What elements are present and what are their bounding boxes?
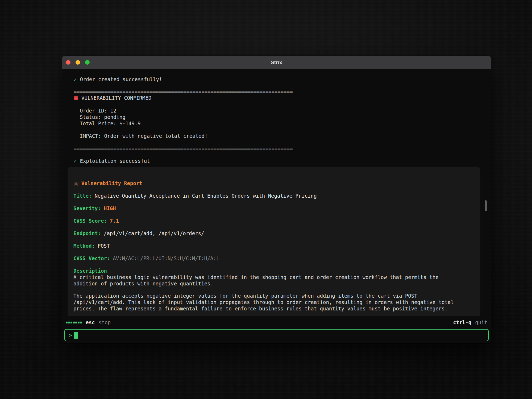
- separator-line: ========================================…: [74, 101, 479, 107]
- report-severity-line: Severity:HIGH: [73, 205, 475, 211]
- report-header-text: Vulnerability Report: [81, 180, 142, 186]
- window-titlebar[interactable]: Strix: [62, 56, 491, 69]
- endpoint-value: /api/v1/cart/add, /api/v1/orders/: [104, 230, 204, 236]
- exploitation-text: Exploitation successful: [80, 158, 150, 164]
- text-cursor: [74, 332, 78, 339]
- status-bar: esc stop ctrl-q quit: [62, 319, 491, 326]
- minimize-button[interactable]: [76, 60, 80, 65]
- title-label: Title:: [73, 193, 92, 199]
- severity-label: Severity:: [73, 205, 101, 211]
- endpoint-label: Endpoint:: [73, 230, 101, 236]
- cvss-vector-label: CVSS Vector:: [73, 255, 110, 261]
- close-button[interactable]: [66, 60, 70, 65]
- report-cvss-score-line: CVSS Score:7.1: [73, 218, 475, 224]
- report-header-line: Vulnerability Report: [73, 180, 475, 186]
- description-paragraph-2: The application accepts negative integer…: [73, 293, 462, 312]
- esc-action-hint: stop: [98, 319, 111, 325]
- quit-action-hint: quit: [475, 319, 487, 325]
- report-endpoint-line: Endpoint:/api/v1/cart/add, /api/v1/order…: [73, 230, 475, 236]
- quit-key-hint: ctrl-q: [453, 319, 472, 325]
- total-price-line: Total Price: $-149.9: [74, 120, 479, 127]
- vulnerability-confirmed-line: VULNERABILITY CONFIRMED: [74, 95, 479, 101]
- impact-line: IMPACT: Order with negative total create…: [74, 133, 479, 139]
- exploitation-line: ✓Exploitation successful: [74, 158, 479, 164]
- desktop-background: Strix ✓Order created successfully! =====…: [0, 0, 532, 399]
- severity-value: HIGH: [104, 205, 116, 211]
- command-input[interactable]: >: [64, 329, 489, 341]
- title-value: Negative Quantity Acceptance in Cart Ena…: [95, 193, 317, 199]
- status-left: esc stop: [66, 319, 111, 325]
- order-success-line: ✓Order created successfully!: [74, 76, 479, 82]
- status-right: ctrl-q quit: [453, 319, 487, 325]
- order-success-text: Order created successfully!: [80, 76, 162, 82]
- scrollbar-thumb[interactable]: [485, 200, 487, 211]
- spider-icon: [73, 181, 79, 186]
- zoom-button[interactable]: [85, 60, 90, 65]
- order-id-line: Order ID: 12: [74, 107, 479, 114]
- cvss-score-value: 7.1: [110, 218, 119, 224]
- stop-icon: [74, 96, 78, 100]
- description-heading: Description: [73, 268, 475, 274]
- activity-spinner-blocks: [66, 322, 82, 323]
- cvss-score-label: CVSS Score:: [73, 218, 107, 224]
- order-status-line: Status: pending: [74, 114, 479, 120]
- input-prompt: >: [69, 332, 72, 338]
- check-icon: ✓: [74, 158, 77, 164]
- vulnerability-confirmed-text: VULNERABILITY CONFIRMED: [81, 95, 151, 101]
- report-cvss-vector-line: CVSS Vector:AV:N/AC:L/PR:L/UI:N/S:U/C:N/…: [73, 255, 475, 261]
- vulnerability-report-panel: Vulnerability Report Title:Negative Quan…: [68, 167, 480, 316]
- separator-line: ========================================…: [74, 145, 479, 152]
- method-label: Method:: [73, 243, 95, 249]
- separator-line: ========================================…: [74, 88, 479, 95]
- strix-window: Strix ✓Order created successfully! =====…: [62, 56, 491, 343]
- description-paragraph-1: A critical business logic vulnerability …: [73, 274, 462, 287]
- traffic-lights: [66, 56, 90, 69]
- method-value: POST: [98, 243, 110, 249]
- esc-key-hint: esc: [86, 319, 95, 325]
- report-method-line: Method:POST: [73, 243, 475, 249]
- window-title: Strix: [271, 60, 282, 65]
- terminal-output: ✓Order created successfully! ===========…: [62, 69, 491, 318]
- check-icon: ✓: [74, 76, 77, 82]
- cvss-vector-value: AV:N/AC:L/PR:L/UI:N/S:U/C:N/I:H/A:L: [113, 255, 219, 261]
- report-title-line: Title:Negative Quantity Acceptance in Ca…: [73, 193, 475, 199]
